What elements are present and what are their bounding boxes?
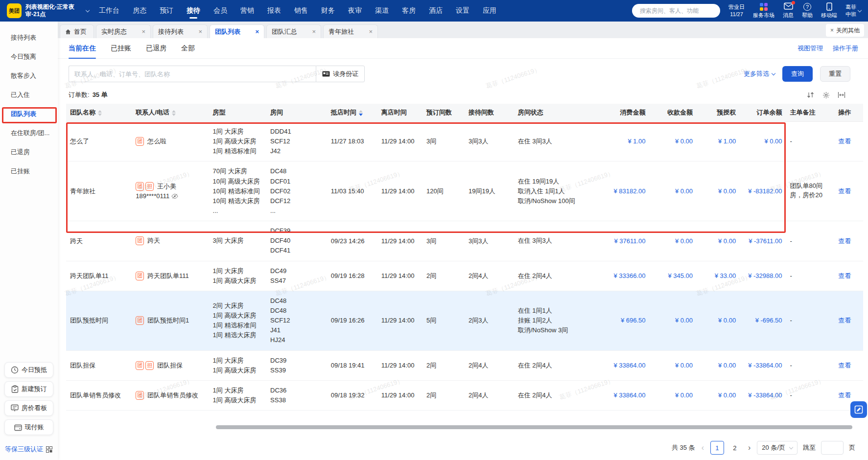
top-nav-item[interactable]: 销售 xyxy=(294,0,308,22)
preauth-amount-cell-value[interactable]: ¥ 33.00 xyxy=(715,272,736,279)
sidebar-item[interactable]: 团队列表 xyxy=(0,104,58,123)
view-link[interactable]: 查看 xyxy=(838,362,851,369)
column-header[interactable]: 接待间数 xyxy=(465,104,514,122)
view-tab[interactable]: 已退房 xyxy=(146,38,166,58)
paid-amount-cell-value[interactable]: ¥ 0.00 xyxy=(675,138,693,145)
order-balance-cell-value[interactable]: ¥ -32988.00 xyxy=(748,272,782,279)
close-icon[interactable]: × xyxy=(369,28,373,35)
messages-button[interactable]: 消息 xyxy=(783,2,794,19)
eye-off-icon[interactable] xyxy=(171,193,178,199)
sidebar-item[interactable]: 在住联房/团... xyxy=(0,123,58,142)
global-search[interactable] xyxy=(632,4,720,18)
table-row[interactable]: 跨天团队单11团 跨天团队单1111间 大床房1间 高级大床房DC49SS470… xyxy=(66,261,863,291)
close-icon[interactable]: × xyxy=(312,28,316,35)
page-number[interactable]: 1 xyxy=(710,441,724,455)
column-header[interactable]: 订单余额 xyxy=(740,104,786,122)
feedback-float-button[interactable] xyxy=(850,401,867,418)
order-balance-cell-value[interactable]: ¥ -696.50 xyxy=(755,317,782,324)
read-id-button[interactable]: 读身份证 xyxy=(316,66,365,82)
view-link[interactable]: 查看 xyxy=(838,391,851,399)
column-header[interactable]: 房间 xyxy=(266,104,327,122)
hotel-switcher[interactable]: 列表视图化-正常夜审-21点 xyxy=(22,3,89,18)
workspace-tab[interactable]: 团队汇总× xyxy=(266,24,321,38)
sidebar-item[interactable]: 已入住 xyxy=(0,85,58,104)
top-nav-item[interactable]: 应用 xyxy=(483,0,496,22)
order-balance-cell-value[interactable]: ¥ 0.00 xyxy=(764,138,782,145)
more-filters-button[interactable]: 更多筛选 xyxy=(744,69,775,78)
view-link[interactable]: 查看 xyxy=(838,187,851,195)
sort-carets-icon[interactable] xyxy=(172,110,176,116)
column-header[interactable]: 消费金额 xyxy=(594,104,649,122)
preauth-amount-cell-value[interactable]: ¥ 0.00 xyxy=(718,362,736,369)
paid-amount-cell-value[interactable]: ¥ 0.00 xyxy=(675,391,693,399)
top-nav-item[interactable]: 设置 xyxy=(456,0,469,22)
close-others-button[interactable]: × 关闭其他 xyxy=(826,24,864,37)
top-nav-item[interactable]: 预订 xyxy=(160,0,173,22)
top-nav-item[interactable]: 夜审 xyxy=(348,0,362,22)
close-icon[interactable]: × xyxy=(141,28,145,35)
quick-button[interactable]: 房价看板 xyxy=(4,400,53,416)
top-nav-item[interactable]: 房态 xyxy=(133,0,146,22)
close-icon[interactable]: × xyxy=(198,28,202,35)
top-nav-item[interactable]: 客房 xyxy=(402,0,416,22)
column-header[interactable]: 操作 xyxy=(834,104,863,122)
table-row[interactable]: 团队预抵时间团 团队预抵时间12间 大床房1间 高级大床房1间 精选标准间1间 … xyxy=(66,291,863,350)
table-row[interactable]: 团队单销售员修改团 团队单销售员修改1间 大床房1间 高级大床房DC36SS38… xyxy=(66,380,863,410)
user-menu[interactable]: 葛菲 中班 xyxy=(845,3,861,18)
consume-amount-cell-value[interactable]: ¥ 33366.00 xyxy=(613,272,645,279)
paid-amount-cell-value[interactable]: ¥ 345.00 xyxy=(668,272,693,279)
consume-amount-cell-value[interactable]: ¥ 33864.00 xyxy=(613,391,645,399)
quick-button[interactable]: 新建预订 xyxy=(4,381,53,397)
workspace-tab[interactable]: 团队列表× xyxy=(210,24,264,38)
view-tab[interactable]: 已挂账 xyxy=(111,38,131,58)
preauth-amount-cell-value[interactable]: ¥ 1.00 xyxy=(718,138,736,145)
query-button[interactable]: 查询 xyxy=(782,66,813,82)
preauth-amount-cell-value[interactable]: ¥ 0.00 xyxy=(718,187,736,195)
view-tab[interactable]: 全部 xyxy=(181,38,195,58)
column-header[interactable]: 收款金额 xyxy=(650,104,697,122)
column-header[interactable]: 房间状态 xyxy=(514,104,594,122)
column-header[interactable]: 抵店时间 xyxy=(327,104,377,122)
workspace-tab[interactable]: 青年旅社× xyxy=(323,24,378,38)
order-balance-cell-value[interactable]: ¥ -37611.00 xyxy=(749,237,782,245)
service-market-button[interactable]: 服务市场 xyxy=(753,3,774,19)
sidebar-item[interactable]: 今日预离 xyxy=(0,47,58,66)
view-link[interactable]: 查看 xyxy=(838,272,851,279)
sidebar-item[interactable]: 已挂账 xyxy=(0,161,58,181)
list-search-input[interactable] xyxy=(70,70,315,78)
list-search-field[interactable] xyxy=(69,66,316,82)
paid-amount-cell-value[interactable]: ¥ 0.00 xyxy=(675,362,693,369)
sort-carets-icon[interactable] xyxy=(359,110,363,116)
column-width-icon[interactable] xyxy=(838,92,845,98)
help-button[interactable]: ? 帮助 xyxy=(802,3,813,19)
view-link[interactable]: 查看 xyxy=(838,237,851,245)
top-nav-item[interactable]: 渠道 xyxy=(375,0,389,22)
top-nav-item[interactable]: 接待 xyxy=(187,0,200,22)
table-row[interactable]: 团队担保团担 团队担保1间 大床房1间 高级大床房DC39SS3909/18 1… xyxy=(66,350,863,380)
table-row[interactable]: 怎么了团 怎么啦1间 大床房1间 高级大床房1间 精选标准间DDD41SCF12… xyxy=(66,122,863,161)
page-number[interactable]: 2 xyxy=(728,441,742,455)
preauth-amount-cell-value[interactable]: ¥ 0.00 xyxy=(718,317,736,324)
preauth-amount-cell-value[interactable]: ¥ 0.00 xyxy=(718,391,736,399)
view-manage-link[interactable]: 视图管理 xyxy=(798,44,823,53)
top-nav-item[interactable]: 报表 xyxy=(267,0,281,22)
jump-page-input[interactable] xyxy=(821,441,844,455)
top-nav-item[interactable]: 营销 xyxy=(240,0,254,22)
close-icon[interactable]: × xyxy=(255,28,259,35)
prev-page-icon[interactable]: ‹ xyxy=(701,443,705,452)
paid-amount-cell-value[interactable]: ¥ 0.00 xyxy=(675,187,693,195)
top-nav-item[interactable]: 工作台 xyxy=(99,0,119,22)
paid-amount-cell-value[interactable]: ¥ 0.00 xyxy=(675,317,693,324)
global-search-input[interactable] xyxy=(640,7,716,14)
workspace-tab[interactable]: 实时房态× xyxy=(96,24,151,38)
column-header[interactable]: 预授权 xyxy=(697,104,740,122)
next-page-icon[interactable]: › xyxy=(747,443,751,452)
page-size-select[interactable]: 20 条/页 xyxy=(757,441,798,455)
consume-amount-cell-value[interactable]: ¥ 37611.00 xyxy=(614,237,645,245)
security-cert-link[interactable]: 等保三级认证 xyxy=(5,445,52,454)
view-link[interactable]: 查看 xyxy=(838,317,851,324)
quick-button[interactable]: 现付账 xyxy=(4,419,53,435)
quick-button[interactable]: 今日预抵 xyxy=(4,362,53,378)
order-balance-cell-value[interactable]: ¥ -33864.00 xyxy=(748,362,782,369)
reset-button[interactable]: 重置 xyxy=(820,66,850,82)
